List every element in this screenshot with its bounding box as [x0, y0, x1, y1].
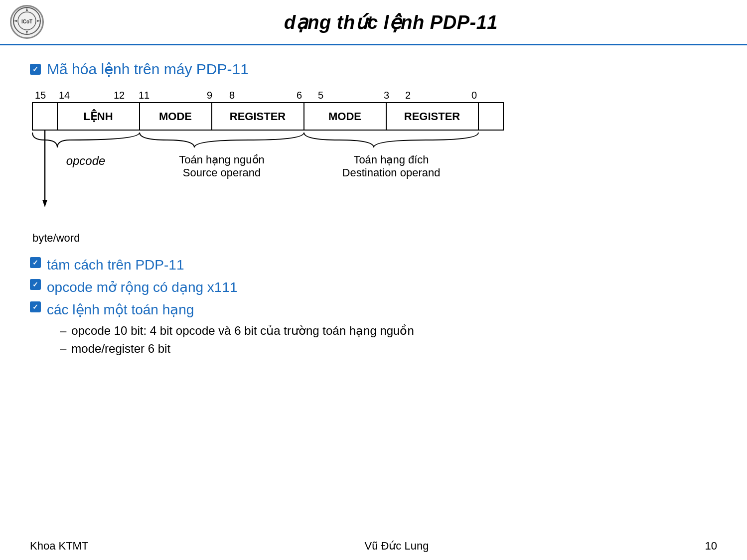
header: ICoT dạng thức lệnh PDP-11 [0, 0, 747, 45]
svg-text:REGISTER: REGISTER [230, 110, 286, 123]
svg-text:14: 14 [59, 90, 70, 101]
section-cac-lenh-label: các lệnh một toán hạng [47, 301, 194, 318]
footer-right: 10 [705, 540, 717, 553]
svg-text:0: 0 [471, 90, 477, 101]
svg-text:5: 5 [318, 90, 323, 101]
footer-left: Khoa KTMT [30, 540, 88, 553]
page-title: dạng thức lệnh PDP-11 [45, 11, 737, 33]
svg-text:15: 15 [35, 90, 46, 101]
svg-text:6: 6 [297, 90, 302, 101]
instruction-format-diagram: 15 14 12 11 9 8 6 5 3 2 0 LỆNH MODE REGI… [30, 88, 717, 229]
bullet-text-2: mode/register 6 bit [71, 342, 170, 356]
svg-text:MODE: MODE [328, 110, 361, 123]
bullet-list: – opcode 10 bit: 4 bit opcode và 6 bit c… [60, 324, 717, 356]
svg-text:ICoT: ICoT [21, 19, 32, 24]
section-tam-cach-label: tám cách trên PDP-11 [47, 257, 184, 273]
section-ma-hoa: Mã hóa lệnh trên máy PDP-11 [30, 60, 717, 78]
svg-text:3: 3 [384, 90, 389, 101]
bullet-item-1: – opcode 10 bit: 4 bit opcode và 6 bit c… [60, 324, 717, 338]
main-content: Mã hóa lệnh trên máy PDP-11 15 14 12 11 … [0, 45, 747, 370]
checkbox-icon-4 [30, 301, 41, 312]
checkbox-icon-2 [30, 257, 41, 268]
section-opcode-mo-rong: opcode mở rộng có dạng x111 [30, 279, 717, 295]
checkbox-icon-3 [30, 279, 41, 290]
svg-rect-25 [478, 103, 503, 130]
svg-text:8: 8 [229, 90, 235, 101]
svg-text:opcode: opcode [66, 154, 106, 167]
logo-text: ICoT [12, 6, 42, 37]
section-ma-hoa-label: Mã hóa lệnh trên máy PDP-11 [47, 60, 249, 78]
dash-2: – [60, 342, 66, 356]
svg-marker-32 [42, 200, 47, 207]
bullet-text-1: opcode 10 bit: 4 bit opcode và 6 bit của… [71, 324, 414, 338]
checkbox-icon-1 [30, 64, 41, 75]
dash-1: – [60, 324, 66, 338]
svg-text:Toán hạng nguồn: Toán hạng nguồn [179, 153, 265, 166]
section-opcode-mo-rong-label: opcode mở rộng có dạng x111 [47, 279, 238, 295]
footer: Khoa KTMT Vũ Đức Lung 10 [0, 540, 747, 553]
svg-text:12: 12 [114, 90, 125, 101]
svg-text:Toán hạng đích: Toán hạng đích [353, 153, 429, 166]
svg-text:REGISTER: REGISTER [404, 110, 460, 123]
byte-word-label: byte/word [32, 232, 717, 245]
svg-text:2: 2 [405, 90, 411, 101]
svg-text:11: 11 [139, 90, 149, 101]
svg-text:9: 9 [207, 90, 212, 101]
svg-text:Source operand: Source operand [183, 166, 261, 179]
svg-text:Destination operand: Destination operand [342, 166, 441, 179]
logo: ICoT [10, 5, 45, 40]
svg-text:LỆNH: LỆNH [83, 109, 113, 123]
section-tam-cach: tám cách trên PDP-11 [30, 257, 717, 273]
svg-rect-14 [32, 103, 57, 130]
footer-center: Vũ Đức Lung [364, 540, 429, 553]
svg-text:MODE: MODE [159, 110, 192, 123]
section-cac-lenh: các lệnh một toán hạng [30, 301, 717, 318]
bullet-item-2: – mode/register 6 bit [60, 342, 717, 356]
